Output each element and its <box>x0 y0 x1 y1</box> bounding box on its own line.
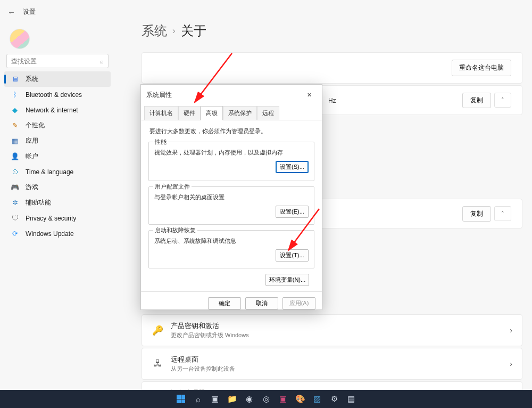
wifi-icon: ◆ <box>11 106 19 115</box>
system-properties-dialog: 系统属性 ✕ 计算机名 硬件 高级 系统保护 远程 要进行大多数更改，你必须作为… <box>140 84 322 310</box>
person-icon: 👤 <box>11 152 19 161</box>
user-profiles-settings-button[interactable]: 设置(E)... <box>276 206 309 218</box>
performance-settings-button[interactable]: 设置(S)... <box>276 161 309 173</box>
sidebar-item-time-language[interactable]: ⏲Time & language <box>4 164 111 179</box>
sidebar-item-network[interactable]: ◆Network & internet <box>4 102 111 118</box>
palette-icon: 🎨 <box>295 394 305 404</box>
user-profiles-desc: 与登录帐户相关的桌面设置 <box>154 193 309 201</box>
sidebar-item-privacy[interactable]: 🛡Privacy & security <box>4 210 111 226</box>
performance-group: 性能 视觉效果，处理器计划，内存使用，以及虚拟内存 设置(S)... <box>148 142 314 181</box>
dialog-cancel-button[interactable]: 取消 <box>245 297 278 309</box>
taskbar[interactable]: ⌕ ▣ 📁 ◉ ◎ ▣ 🎨 ▨ ⚙ ▤ <box>0 390 532 408</box>
device-card: 重命名这台电脑 <box>142 52 522 84</box>
performance-legend: 性能 <box>153 138 168 146</box>
app-icon: ▤ <box>347 394 355 404</box>
app-icon: ◎ <box>263 394 270 404</box>
tab-computer-name[interactable]: 计算机名 <box>144 106 178 120</box>
settings-button[interactable]: ⚙ <box>327 392 342 406</box>
dialog-tabs: 计算机名 硬件 高级 系统保护 远程 <box>141 103 322 120</box>
dialog-apply-button[interactable]: 应用(A) <box>282 297 315 309</box>
copy-windows-spec-button[interactable]: 复制 <box>462 206 491 222</box>
remote-desktop-icon: 🖧 <box>152 358 163 370</box>
task-view-icon: ▣ <box>211 394 219 404</box>
sidebar-item-label: 游戏 <box>26 183 38 192</box>
sidebar-item-windows-update[interactable]: ⟳Windows Update <box>4 226 111 241</box>
startup-recovery-legend: 启动和故障恢复 <box>153 226 197 234</box>
bluetooth-icon: ᛒ <box>11 91 19 99</box>
sidebar-item-label: Time & language <box>26 168 73 176</box>
search-icon: ⌕ <box>100 58 104 64</box>
tab-remote[interactable]: 远程 <box>257 106 279 120</box>
sidebar-item-label: 系统 <box>26 75 38 84</box>
startup-recovery-group: 启动和故障恢复 系统启动、系统故障和调试信息 设置(T)... <box>148 230 314 268</box>
tab-advanced[interactable]: 高级 <box>201 106 223 120</box>
sidebar-item-label: Privacy & security <box>26 215 76 222</box>
sidebar-item-label: Network & internet <box>26 107 78 114</box>
app-icon: ▣ <box>279 394 287 404</box>
search-icon: ⌕ <box>196 395 201 404</box>
folder-icon: 📁 <box>227 394 237 404</box>
accessibility-icon: ✲ <box>11 199 19 207</box>
breadcrumb-system[interactable]: 系统 <box>142 22 167 39</box>
sidebar-item-apps[interactable]: ▦应用 <box>4 133 111 149</box>
dialog-title: 系统属性 <box>146 91 172 100</box>
windows-logo-icon <box>177 395 185 403</box>
sidebar-item-label: Bluetooth & devices <box>26 91 82 99</box>
tab-system-protection[interactable]: 系统保护 <box>223 106 257 120</box>
chrome-button[interactable]: ◉ <box>242 392 256 406</box>
gamepad-icon: 🎮 <box>11 183 19 192</box>
spec-ghz-text: Hz <box>328 97 336 104</box>
environment-variables-button[interactable]: 环境变量(N)... <box>265 274 309 286</box>
gear-icon: ⚙ <box>331 394 338 404</box>
photos-button[interactable]: ▨ <box>310 392 325 406</box>
sidebar-item-label: 帐户 <box>26 152 38 161</box>
search-input[interactable] <box>11 58 100 65</box>
link-subtitle: 从另一台设备控制此设备 <box>171 365 502 373</box>
user-avatar[interactable] <box>10 29 30 49</box>
sidebar-item-accessibility[interactable]: ✲辅助功能 <box>4 195 111 210</box>
sidebar-item-label: Windows Update <box>26 230 74 238</box>
sidebar-item-gaming[interactable]: 🎮游戏 <box>4 179 111 195</box>
link-title: 远程桌面 <box>171 355 502 364</box>
brush-icon: ✎ <box>11 121 19 130</box>
link-product-key[interactable]: 🔑 产品密钥和激活 更改产品密钥或升级 Windows › <box>142 314 522 346</box>
sidebar-item-accounts[interactable]: 👤帐户 <box>4 149 111 164</box>
link-remote-desktop[interactable]: 🖧 远程桌面 从另一台设备控制此设备 › <box>142 348 522 380</box>
sidebar-item-personalization[interactable]: ✎个性化 <box>4 118 111 133</box>
dialog-ok-button[interactable]: 确定 <box>208 297 241 309</box>
sidebar-item-label: 应用 <box>26 136 38 145</box>
back-button[interactable]: ← <box>7 7 15 17</box>
file-explorer-button[interactable]: 📁 <box>225 392 239 406</box>
sidebar-item-label: 个性化 <box>26 121 45 130</box>
startup-recovery-settings-button[interactable]: 设置(T)... <box>276 249 309 262</box>
app-button-4[interactable]: ▤ <box>344 392 359 406</box>
app-button-2[interactable]: ▣ <box>276 392 290 406</box>
sidebar-item-system[interactable]: 🖥系统 <box>4 71 111 87</box>
expand-windows-spec-button[interactable]: ˄ <box>494 206 511 221</box>
tab-hardware[interactable]: 硬件 <box>178 106 201 120</box>
copy-device-spec-button[interactable]: 复制 <box>462 93 491 108</box>
task-view-button[interactable]: ▣ <box>207 392 222 406</box>
user-profiles-legend: 用户配置文件 <box>153 183 192 191</box>
search-box[interactable]: ⌕ <box>6 54 109 68</box>
app-button-3[interactable]: 🎨 <box>293 392 307 406</box>
expand-device-spec-button[interactable]: ˄ <box>494 93 511 108</box>
performance-desc: 视觉效果，处理器计划，内存使用，以及虚拟内存 <box>154 149 309 157</box>
dialog-close-button[interactable]: ✕ <box>302 88 317 101</box>
taskbar-search-button[interactable]: ⌕ <box>190 392 205 406</box>
rename-pc-button[interactable]: 重命名这台电脑 <box>452 60 511 76</box>
display-icon: 🖥 <box>11 75 19 84</box>
user-profiles-group: 用户配置文件 与登录帐户相关的桌面设置 设置(E)... <box>148 186 314 225</box>
clock-icon: ⏲ <box>11 168 19 176</box>
link-subtitle: 更改产品密钥或升级 Windows <box>171 331 502 339</box>
breadcrumb: 系统 › 关于 <box>142 22 522 39</box>
chevron-right-icon: › <box>510 360 512 368</box>
app-button-1[interactable]: ◎ <box>259 392 273 406</box>
sidebar-item-label: 辅助功能 <box>26 198 51 207</box>
sidebar-item-bluetooth[interactable]: ᛒBluetooth & devices <box>4 87 111 102</box>
window-title: 设置 <box>23 7 36 17</box>
start-button[interactable] <box>173 392 188 406</box>
breadcrumb-about: 关于 <box>181 22 206 39</box>
sidebar: 🖥系统 ᛒBluetooth & devices ◆Network & inte… <box>4 71 111 241</box>
chevron-right-icon: › <box>510 326 512 334</box>
